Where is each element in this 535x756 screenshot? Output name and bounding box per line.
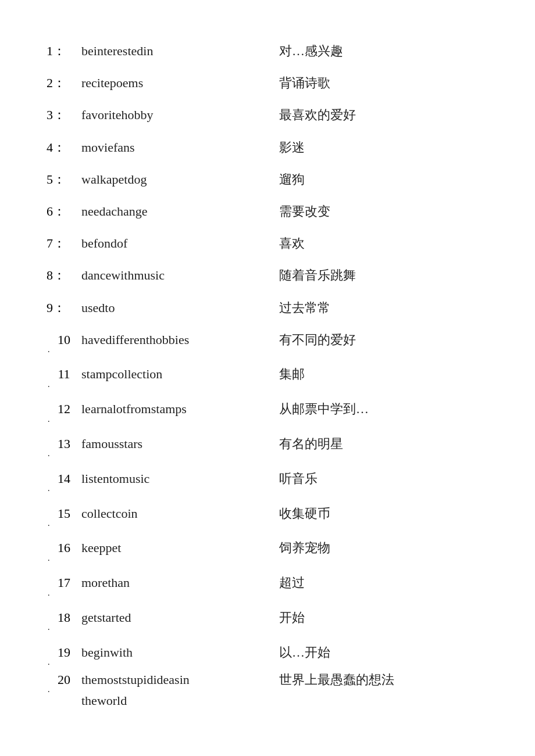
item-chinese: 开始 bbox=[279, 607, 305, 628]
item-chinese: 饲养宠物 bbox=[279, 538, 330, 558]
item-chinese: 集邮 bbox=[279, 364, 305, 384]
item-english: getstarted bbox=[81, 607, 279, 628]
item-number: 6： bbox=[47, 201, 81, 221]
item-english: favoritehobby bbox=[81, 105, 279, 125]
item-english: usedto bbox=[81, 298, 279, 318]
item-number: 9： bbox=[47, 298, 81, 318]
item-chinese: 最喜欢的爱好 bbox=[279, 105, 356, 125]
item-chinese: 随着音乐跳舞 bbox=[279, 265, 356, 285]
item-english: learnalotfromstamps bbox=[81, 399, 279, 419]
list-item: 14.listentomusic听音乐 bbox=[47, 463, 488, 497]
item-english: needachange bbox=[81, 201, 279, 221]
list-item: 1：beinterestedin对…感兴趣 bbox=[47, 35, 488, 67]
item-number: 4： bbox=[47, 137, 81, 157]
item-english: havedifferenthobbies bbox=[81, 329, 279, 350]
item-chinese: 超过 bbox=[279, 572, 305, 593]
list-item: 2：recitepoems背诵诗歌 bbox=[47, 67, 488, 99]
item-english: collectcoin bbox=[81, 503, 279, 524]
item-english: themoststupidideasin bbox=[81, 672, 279, 687]
item-chinese: 以…开始 bbox=[279, 642, 330, 662]
item-chinese: 收集硬币 bbox=[279, 503, 330, 524]
item-chinese: 需要改变 bbox=[279, 201, 330, 221]
item-chinese: 对…感兴趣 bbox=[279, 41, 343, 61]
item-number: 20. bbox=[47, 672, 81, 693]
list-item: 12.learnalotfromstamps从邮票中学到… bbox=[47, 393, 488, 428]
item-chinese: 听音乐 bbox=[279, 468, 318, 489]
item-english: moviefans bbox=[81, 137, 279, 157]
item-number: 8： bbox=[47, 265, 81, 285]
item-english: keeppet bbox=[81, 538, 279, 558]
list-item: 20.themoststupidideasin世界上最愚蠢的想法theworld bbox=[47, 671, 488, 709]
item-english: walkapetdog bbox=[81, 169, 279, 189]
item-chinese: 过去常常 bbox=[279, 298, 330, 318]
list-item: 17.morethan超过 bbox=[47, 567, 488, 601]
item-number: 1： bbox=[47, 41, 81, 61]
list-item: 11.stampcollection集邮 bbox=[47, 358, 488, 393]
item-number: 15. bbox=[47, 506, 81, 526]
item-english: beinterestedin bbox=[81, 41, 279, 61]
list-item: 9：usedto过去常常 bbox=[47, 292, 488, 324]
item-number: 17. bbox=[47, 575, 81, 596]
item-chinese: 影迷 bbox=[279, 137, 305, 157]
list-item: 7：befondof喜欢 bbox=[47, 227, 488, 259]
item-number: 10. bbox=[47, 332, 81, 353]
item-chinese: 世界上最愚蠢的想法 bbox=[279, 671, 394, 689]
item-number: 3： bbox=[47, 105, 81, 125]
vocabulary-list: 1：beinterestedin对…感兴趣2：recitepoems背诵诗歌3：… bbox=[47, 35, 488, 708]
item-chinese: 遛狗 bbox=[279, 169, 305, 189]
item-number: 14. bbox=[47, 471, 81, 492]
item-number: 16. bbox=[47, 540, 81, 561]
item-english-continuation: theworld bbox=[47, 692, 488, 708]
item-chinese: 有不同的爱好 bbox=[279, 329, 356, 350]
item-chinese: 有名的明星 bbox=[279, 433, 343, 454]
item-english: dancewithmusic bbox=[81, 265, 279, 285]
item-chinese: 喜欢 bbox=[279, 233, 305, 253]
item-number: 12. bbox=[47, 402, 81, 422]
item-english: stampcollection bbox=[81, 364, 279, 384]
item-number: 7： bbox=[47, 233, 81, 253]
item-number: 5： bbox=[47, 169, 81, 189]
list-item: 18.getstarted开始 bbox=[47, 601, 488, 636]
list-item: 3：favoritehobby最喜欢的爱好 bbox=[47, 99, 488, 131]
item-number: 11. bbox=[47, 367, 81, 387]
item-number: 18. bbox=[47, 610, 81, 630]
list-item: 19.beginwith以…开始 bbox=[47, 636, 488, 671]
list-item: 5：walkapetdog遛狗 bbox=[47, 163, 488, 195]
list-item: 10.havedifferenthobbies有不同的爱好 bbox=[47, 324, 488, 359]
item-number: 2： bbox=[47, 73, 81, 93]
list-item: 13.famousstars有名的明星 bbox=[47, 428, 488, 463]
item-number: 19. bbox=[47, 645, 81, 665]
item-english: famousstars bbox=[81, 433, 279, 454]
item-english: morethan bbox=[81, 572, 279, 593]
list-item: 8：dancewithmusic随着音乐跳舞 bbox=[47, 259, 488, 291]
item-english: recitepoems bbox=[81, 73, 279, 93]
list-item: 4：moviefans影迷 bbox=[47, 131, 488, 163]
list-item: 16.keeppet饲养宠物 bbox=[47, 532, 488, 567]
item-english: befondof bbox=[81, 233, 279, 253]
item-english: listentomusic bbox=[81, 468, 279, 489]
item-number: 13. bbox=[47, 436, 81, 457]
list-item: 6：needachange需要改变 bbox=[47, 195, 488, 227]
item-chinese: 从邮票中学到… bbox=[279, 399, 369, 419]
item-chinese: 背诵诗歌 bbox=[279, 73, 330, 93]
item-english: beginwith bbox=[81, 642, 279, 662]
list-item: 15.collectcoin收集硬币 bbox=[47, 497, 488, 532]
